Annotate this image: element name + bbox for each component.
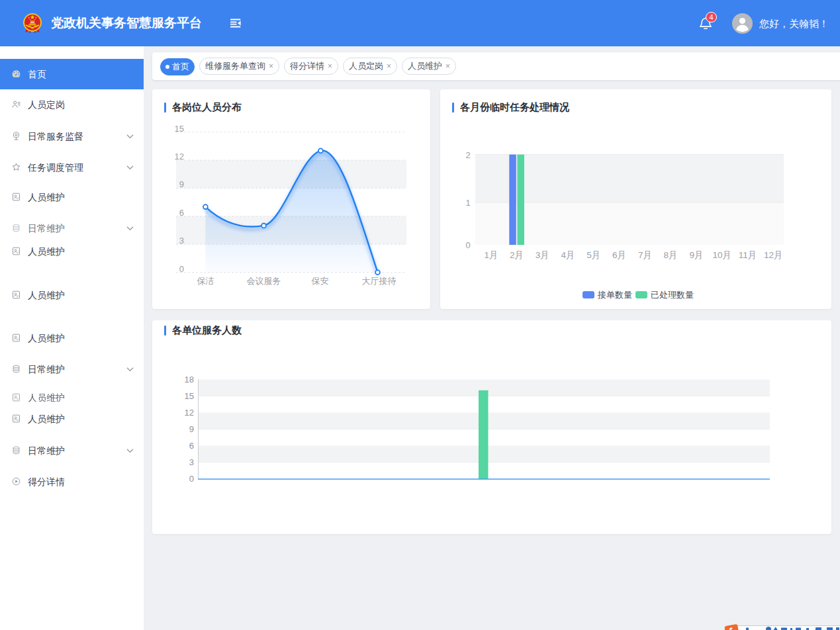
svg-text:保安: 保安: [312, 276, 329, 286]
svg-text:接单数量: 接单数量: [597, 290, 632, 300]
svg-text:已处理数量: 已处理数量: [651, 290, 694, 300]
svg-text:1: 1: [465, 198, 470, 208]
svg-text:9: 9: [189, 424, 194, 434]
svg-text:0: 0: [189, 474, 194, 484]
svg-text:6: 6: [179, 208, 184, 218]
svg-text:9月: 9月: [689, 250, 703, 260]
svg-text:大厅接待: 大厅接待: [361, 276, 396, 286]
svg-text:2月: 2月: [510, 250, 524, 260]
svg-text:7月: 7月: [638, 250, 652, 260]
svg-text:12: 12: [185, 408, 194, 418]
svg-text:2: 2: [465, 150, 470, 160]
svg-text:保洁: 保洁: [197, 276, 214, 286]
svg-text:15: 15: [185, 391, 194, 401]
svg-text:11月: 11月: [739, 250, 757, 260]
svg-text:15: 15: [175, 124, 184, 134]
svg-text:10月: 10月: [712, 250, 731, 260]
svg-text:3月: 3月: [536, 250, 549, 260]
svg-text:0: 0: [179, 264, 184, 274]
svg-text:12月: 12月: [764, 250, 783, 260]
svg-text:8月: 8月: [664, 250, 678, 260]
svg-text:18: 18: [185, 375, 194, 384]
svg-text:9: 9: [179, 179, 184, 189]
svg-text:5月: 5月: [586, 250, 600, 260]
svg-text:3: 3: [179, 236, 184, 246]
svg-text:6月: 6月: [612, 250, 626, 260]
svg-text:6: 6: [189, 441, 194, 451]
svg-text:1月: 1月: [484, 250, 498, 260]
svg-text:3: 3: [189, 457, 194, 467]
svg-text:4月: 4月: [561, 250, 575, 260]
svg-text:会议服务: 会议服务: [247, 276, 281, 286]
svg-text:0: 0: [465, 240, 470, 250]
svg-text:12: 12: [175, 152, 184, 161]
